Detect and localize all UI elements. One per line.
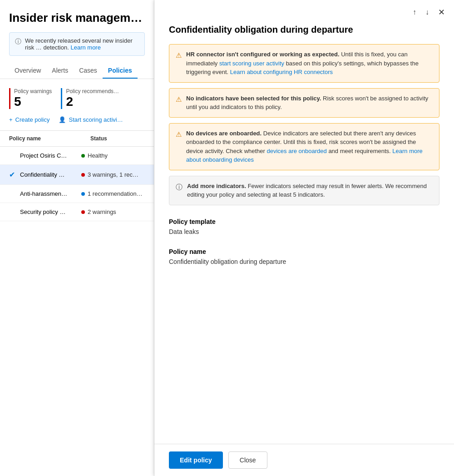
status-text: 1 recommendation… bbox=[88, 190, 143, 197]
policy-recommendations-value: 2 bbox=[66, 94, 119, 109]
status-text: Healthy bbox=[88, 152, 108, 159]
policy-warnings-value: 5 bbox=[14, 94, 52, 109]
warning-icon: ⚠ bbox=[176, 129, 182, 140]
stats-row: Policy warnings 5 Policy recommends… 2 bbox=[0, 79, 154, 116]
warning-icon: ⚠ bbox=[176, 50, 182, 61]
policy-name-label: Policy name bbox=[169, 248, 439, 255]
alert-hr-connector: ⚠ HR connector isn't configured or worki… bbox=[169, 44, 439, 83]
start-scoring-label: Start scoring activi… bbox=[69, 116, 123, 123]
start-scoring-link[interactable]: start scoring user activity bbox=[219, 60, 284, 67]
nav-down-button[interactable]: ↓ bbox=[424, 6, 431, 18]
warning-icon: ⚠ bbox=[176, 94, 182, 105]
nav-up-button[interactable]: ↑ bbox=[411, 6, 418, 18]
policy-template-section: Policy template Data leaks bbox=[169, 218, 439, 235]
edit-policy-button[interactable]: Edit policy bbox=[169, 451, 223, 469]
tab-overview[interactable]: Overview bbox=[9, 63, 46, 79]
policy-warnings-stat: Policy warnings 5 bbox=[9, 88, 52, 109]
detail-drawer: ↑ ↓ ✕ Confidentiality obligation during … bbox=[154, 0, 454, 476]
status-text: 3 warnings, 1 rec… bbox=[88, 171, 138, 178]
learn-hr-link[interactable]: Learn about configuring HR connectors bbox=[230, 69, 333, 75]
table-row[interactable]: Project Osiris C… Healthy bbox=[0, 147, 154, 165]
left-panel: Insider risk managem… ⓘ We recently rele… bbox=[0, 0, 154, 476]
table-row[interactable]: ✔ Confidentiality … 3 warnings, 1 rec… bbox=[0, 165, 154, 185]
alert-text: No devices are onboarded. Device indicat… bbox=[186, 129, 433, 164]
drawer-footer: Edit policy Close bbox=[154, 444, 454, 476]
nav-tabs: Overview Alerts Cases Policies bbox=[0, 63, 154, 79]
policy-name-section: Policy name Confidentiality obligation d… bbox=[169, 248, 439, 265]
table-row[interactable]: Security policy … 2 warnings bbox=[0, 203, 154, 221]
policy-recommendations-label: Policy recommends… bbox=[66, 88, 119, 94]
devices-onboarded-link[interactable]: devices are onboarded bbox=[267, 148, 327, 154]
person-icon: 👤 bbox=[59, 116, 66, 123]
row-status: 1 recommendation… bbox=[81, 190, 145, 197]
alert-text: HR connector isn't configured or working… bbox=[186, 50, 433, 77]
start-scoring-button[interactable]: 👤 Start scoring activi… bbox=[59, 116, 123, 123]
drawer-content: Confidentiality obligation during depart… bbox=[154, 25, 454, 444]
policy-template-value: Data leaks bbox=[169, 228, 439, 235]
create-policy-label: Create policy bbox=[15, 116, 50, 123]
policy-template-label: Policy template bbox=[169, 218, 439, 225]
create-policy-button[interactable]: + Create policy bbox=[9, 116, 49, 123]
row-policy-name: Confidentiality … bbox=[20, 171, 81, 178]
status-dot-blue bbox=[81, 192, 85, 196]
alert-add-indicators: ⓘ Add more indicators. Fewer indicators … bbox=[169, 176, 439, 205]
info-icon: ⓘ bbox=[15, 38, 21, 46]
table-header: Policy name Status bbox=[0, 131, 154, 147]
actions-row: + Create policy 👤 Start scoring activi… bbox=[0, 116, 154, 131]
row-policy-name: Security policy … bbox=[20, 208, 81, 215]
row-policy-name: Anti-harassmen… bbox=[20, 190, 81, 197]
learn-more-link[interactable]: Learn more bbox=[70, 44, 100, 51]
row-status: 2 warnings bbox=[81, 208, 145, 215]
alert-bold: Add more indicators. bbox=[187, 183, 246, 189]
tab-policies[interactable]: Policies bbox=[103, 63, 138, 79]
col-header-status: Status bbox=[90, 135, 145, 142]
plus-icon: + bbox=[9, 116, 13, 123]
close-button[interactable]: ✕ bbox=[436, 5, 447, 19]
drawer-header: ↑ ↓ ✕ bbox=[154, 0, 454, 25]
drawer-title: Confidentiality obligation during depart… bbox=[169, 25, 439, 35]
tab-cases[interactable]: Cases bbox=[74, 63, 103, 79]
alert-no-indicators: ⚠ No indicators have been selected for t… bbox=[169, 88, 439, 118]
policy-name-value: Confidentiality obligation during depart… bbox=[169, 258, 439, 265]
info-banner: ⓘ We recently released several new insid… bbox=[9, 32, 145, 56]
info-icon: ⓘ bbox=[176, 182, 183, 193]
status-text: 2 warnings bbox=[88, 208, 116, 215]
row-policy-name: Project Osiris C… bbox=[20, 152, 81, 159]
tab-alerts[interactable]: Alerts bbox=[46, 63, 74, 79]
alert-no-devices: ⚠ No devices are onboarded. Device indic… bbox=[169, 123, 439, 170]
page-title: Insider risk managem… bbox=[0, 0, 154, 32]
close-drawer-button[interactable]: Close bbox=[228, 451, 267, 469]
table-row[interactable]: Anti-harassmen… 1 recommendation… bbox=[0, 185, 154, 203]
row-status: Healthy bbox=[81, 152, 145, 159]
col-header-name: Policy name bbox=[9, 135, 90, 142]
alert-bold: No devices are onboarded. bbox=[186, 130, 262, 137]
alert-bold: No indicators have been selected for thi… bbox=[186, 95, 321, 102]
alert-bold: HR connector isn't configured or working… bbox=[186, 51, 340, 58]
row-status: 3 warnings, 1 rec… bbox=[81, 171, 145, 178]
policy-recommendations-stat: Policy recommends… 2 bbox=[61, 88, 119, 109]
checkmark-icon: ✔ bbox=[9, 171, 15, 178]
policy-warnings-label: Policy warnings bbox=[14, 88, 52, 94]
alert-text: Add more indicators. Fewer indicators se… bbox=[187, 182, 433, 199]
status-dot-red bbox=[81, 210, 85, 214]
banner-text: We recently released several new insider… bbox=[25, 37, 139, 51]
alert-text: No indicators have been selected for thi… bbox=[186, 94, 433, 112]
row-checkbox-selected: ✔ bbox=[9, 170, 20, 179]
status-dot-red bbox=[81, 173, 85, 177]
status-dot-green bbox=[81, 154, 85, 158]
